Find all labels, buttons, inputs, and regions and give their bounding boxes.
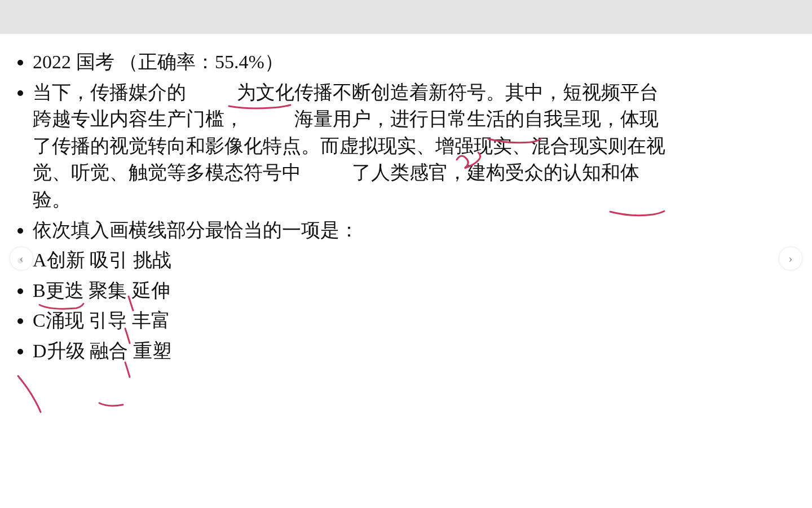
question-prompt: 依次填入画横线部分最恰当的一项是： [33, 217, 671, 244]
slide-content: 2022 国考 （正确率：55.4%） 当下，传播媒介的为文化传播不断创造着新符… [17, 45, 671, 368]
option-b[interactable]: B更迭 聚集 延伸 [33, 277, 671, 304]
blank-3 [301, 178, 352, 179]
option-d[interactable]: D升级 融合 重塑 [33, 338, 671, 365]
accuracy-open: （正确率： [119, 51, 215, 72]
chevron-left-icon: ‹ [19, 251, 23, 266]
blank-2 [244, 125, 294, 125]
passage-seg1: 当下，传播媒介的 [33, 82, 186, 103]
passage-text: 当下，传播媒介的为文化传播不断创造着新符号。其中，短视频平台跨越专业内容生产门槛… [33, 79, 671, 213]
exam-label: 2022 国考 [33, 51, 114, 72]
prev-button[interactable]: ‹ [10, 247, 33, 270]
slide-page: 2022 国考 （正确率：55.4%） 当下，传播媒介的为文化传播不断创造着新符… [0, 34, 812, 508]
option-c[interactable]: C涌现 引导 丰富 [33, 307, 671, 334]
option-a[interactable]: A创新 吸引 挑战 [33, 247, 671, 274]
next-button[interactable]: › [779, 247, 802, 270]
header-line: 2022 国考 （正确率：55.4%） [33, 49, 671, 76]
chevron-right-icon: › [788, 251, 792, 266]
accuracy-value: 55.4% [215, 51, 264, 72]
blank-1 [186, 98, 237, 99]
accuracy-close: ） [264, 51, 284, 72]
